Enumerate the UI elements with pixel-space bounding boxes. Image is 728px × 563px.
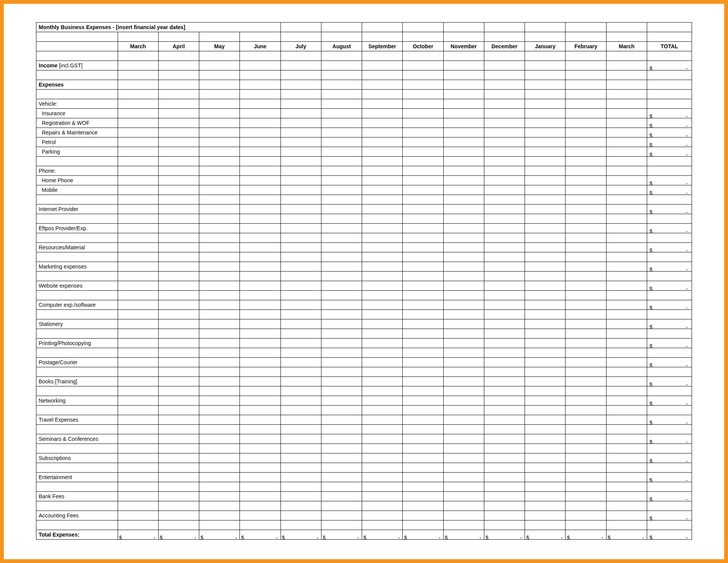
cell[interactable] (118, 339, 158, 348)
cell[interactable] (403, 492, 443, 501)
cell[interactable] (647, 51, 692, 61)
cell[interactable] (118, 377, 158, 386)
cell[interactable] (362, 32, 403, 42)
cell[interactable] (606, 434, 647, 444)
cell[interactable] (606, 310, 647, 319)
cell[interactable] (158, 166, 199, 176)
cell[interactable] (566, 367, 606, 377)
cell[interactable] (36, 195, 118, 205)
cell[interactable] (280, 51, 321, 61)
cell[interactable] (362, 128, 403, 137)
cell[interactable] (606, 406, 647, 415)
cell[interactable] (362, 367, 403, 377)
cell[interactable] (525, 425, 566, 434)
cell[interactable] (321, 157, 362, 166)
cell[interactable] (647, 425, 692, 434)
cell[interactable] (525, 157, 566, 166)
cell[interactable] (443, 425, 484, 434)
cell[interactable] (36, 520, 118, 530)
cell[interactable] (280, 300, 321, 310)
cell[interactable] (158, 377, 199, 386)
cell[interactable] (443, 128, 484, 137)
cell[interactable] (403, 61, 443, 70)
cell[interactable] (321, 367, 362, 377)
cell[interactable] (158, 70, 199, 80)
cell[interactable] (158, 137, 199, 147)
cell[interactable] (443, 511, 484, 520)
cell[interactable] (525, 482, 566, 492)
cell[interactable] (443, 310, 484, 319)
cell[interactable] (525, 310, 566, 319)
cell[interactable] (36, 32, 118, 42)
cell[interactable] (647, 157, 692, 166)
cell[interactable] (321, 166, 362, 176)
cell[interactable] (280, 176, 321, 185)
cell[interactable] (566, 233, 606, 243)
cell[interactable] (647, 233, 692, 243)
cell[interactable] (525, 358, 566, 367)
cell[interactable] (566, 214, 606, 224)
cell[interactable] (280, 358, 321, 367)
cell[interactable] (118, 70, 158, 80)
cell[interactable] (240, 157, 280, 166)
cell[interactable] (525, 444, 566, 453)
cell[interactable] (118, 329, 158, 339)
cell[interactable] (321, 61, 362, 70)
cell[interactable] (321, 233, 362, 243)
cell[interactable] (566, 272, 606, 281)
cell[interactable] (606, 415, 647, 425)
cell[interactable] (118, 492, 158, 501)
cell[interactable] (362, 501, 403, 511)
cell[interactable] (525, 214, 566, 224)
cell[interactable] (403, 281, 443, 291)
cell[interactable] (647, 252, 692, 262)
cell[interactable] (240, 281, 280, 291)
cell[interactable] (647, 166, 692, 176)
cell[interactable] (280, 166, 321, 176)
cell[interactable] (240, 453, 280, 463)
cell[interactable] (280, 310, 321, 319)
cell[interactable] (443, 80, 484, 90)
cell[interactable] (240, 176, 280, 185)
cell[interactable] (443, 99, 484, 109)
cell[interactable] (443, 386, 484, 396)
cell[interactable] (158, 61, 199, 70)
month-total-cell[interactable]: $- (199, 530, 240, 540)
cell[interactable] (484, 166, 525, 176)
cell[interactable] (647, 463, 692, 473)
row-total-cell[interactable]: $- (647, 396, 692, 406)
cell[interactable] (240, 396, 280, 406)
cell[interactable] (118, 386, 158, 396)
cell[interactable] (158, 176, 199, 185)
cell[interactable] (606, 444, 647, 453)
cell[interactable] (606, 339, 647, 348)
cell[interactable] (321, 90, 362, 99)
cell[interactable] (158, 32, 199, 42)
row-total-cell[interactable]: $- (647, 205, 692, 214)
cell[interactable] (484, 233, 525, 243)
cell[interactable] (403, 185, 443, 195)
cell[interactable] (118, 137, 158, 147)
cell[interactable] (158, 224, 199, 233)
cell[interactable] (321, 339, 362, 348)
cell[interactable] (484, 70, 525, 80)
cell[interactable] (566, 482, 606, 492)
cell[interactable] (118, 99, 158, 109)
cell[interactable] (566, 195, 606, 205)
cell[interactable] (525, 23, 566, 32)
cell[interactable] (484, 291, 525, 300)
cell[interactable] (321, 463, 362, 473)
cell[interactable] (443, 61, 484, 70)
cell[interactable] (321, 137, 362, 147)
cell[interactable] (280, 99, 321, 109)
cell[interactable] (280, 415, 321, 425)
cell[interactable] (240, 425, 280, 434)
cell[interactable] (321, 473, 362, 482)
cell[interactable] (240, 520, 280, 530)
cell[interactable] (158, 205, 199, 214)
cell[interactable] (280, 272, 321, 281)
cell[interactable] (443, 252, 484, 262)
row-total-cell[interactable]: $- (647, 281, 692, 291)
cell[interactable] (566, 291, 606, 300)
cell[interactable] (321, 70, 362, 80)
